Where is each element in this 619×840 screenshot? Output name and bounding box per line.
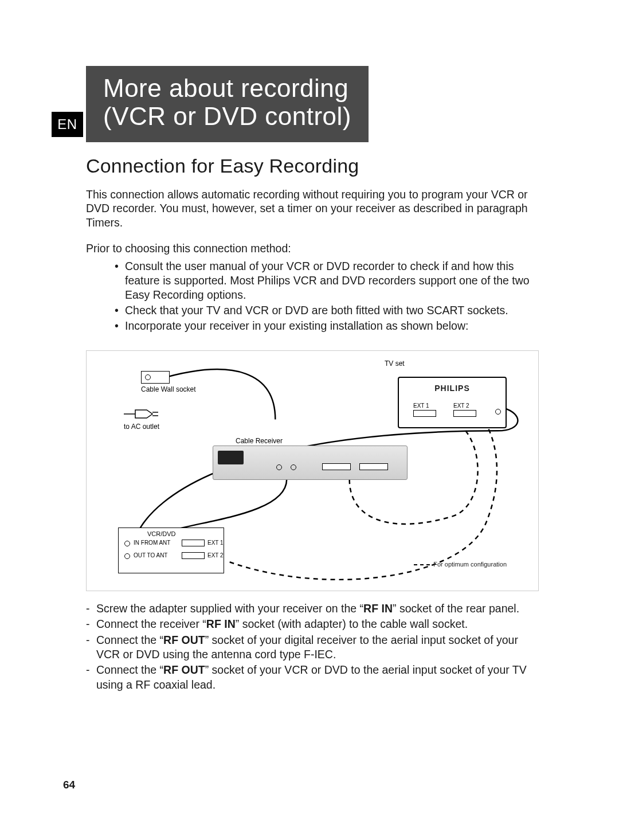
- antenna-port-icon: [495, 409, 501, 415]
- scart-port-icon: [413, 410, 436, 417]
- legend-optimum: For optimum configuration: [414, 561, 507, 568]
- vcr-label: VCR/DVD: [147, 530, 176, 537]
- scart-port-icon: [182, 552, 205, 559]
- list-item: Consult the user manual of your VCR or D…: [115, 259, 539, 302]
- step-text: ” socket (with adapter) to the cable wal…: [236, 618, 468, 630]
- ac-outlet-label: to AC outlet: [124, 423, 159, 431]
- pre-list-text: Prior to choosing this connection method…: [86, 241, 539, 256]
- section-heading: Connection for Easy Recording: [86, 155, 556, 177]
- list-item: Check that your TV and VCR or DVD are bo…: [115, 303, 539, 318]
- step-item: Connect the “RF OUT” socket of your VCR …: [86, 663, 539, 692]
- connection-steps: Screw the adapter supplied with your rec…: [86, 601, 539, 692]
- antenna-port-icon: [124, 553, 130, 559]
- tv-set-box: PHILIPS EXT 1 EXT 2: [398, 377, 507, 428]
- step-item: Screw the adapter supplied with your rec…: [86, 601, 539, 616]
- prerequisite-list: Consult the user manual of your VCR or D…: [115, 259, 539, 333]
- tv-brand: PHILIPS: [399, 384, 506, 393]
- scart-port-icon: [322, 463, 351, 470]
- antenna-port-icon: [124, 541, 130, 546]
- ext1-label: EXT 1: [413, 403, 429, 409]
- manual-page: EN More about recording (VCR or DVD cont…: [0, 0, 619, 840]
- step-bold: RF OUT: [163, 663, 205, 676]
- in-from-ant-label: IN FROM ANT: [134, 540, 170, 546]
- connection-diagram: TV set PHILIPS EXT 1 EXT 2 Cable Wall so…: [86, 350, 539, 591]
- wall-socket-label: Cable Wall socket: [141, 385, 196, 393]
- title-line-1: More about recording: [103, 74, 351, 102]
- step-item: Connect the “RF OUT” socket of your digi…: [86, 633, 539, 662]
- scart-port-icon: [182, 540, 205, 546]
- wall-socket-box: [141, 371, 170, 384]
- ext1-label-vcr: EXT 1: [207, 540, 224, 546]
- step-text: Connect the “: [96, 634, 163, 646]
- scart-port-icon: [453, 410, 476, 417]
- rf-port-icon: [291, 464, 296, 470]
- receiver-label: Cable Receiver: [236, 437, 283, 445]
- coax-icon: [145, 374, 151, 380]
- page-number: 64: [63, 779, 75, 791]
- page-title-block: More about recording (VCR or DVD control…: [86, 66, 369, 142]
- step-bold: RF OUT: [163, 634, 205, 646]
- title-line-2: (VCR or DVD control): [103, 102, 351, 130]
- step-text: Screw the adapter supplied with your rec…: [96, 602, 363, 615]
- ext2-label-vcr: EXT 2: [207, 552, 224, 558]
- tv-set-label: TV set: [385, 360, 405, 368]
- list-item: Incorporate your receiver in your existi…: [115, 319, 539, 333]
- vcr-dvd-box: VCR/DVD IN FROM ANT EXT 1 OUT TO ANT EXT…: [118, 528, 224, 573]
- step-text: Connect the “: [96, 663, 163, 676]
- step-item: Connect the receiver “RF IN” socket (wit…: [86, 617, 539, 631]
- step-text: Connect the receiver “: [96, 618, 206, 630]
- rf-port-icon: [276, 464, 282, 470]
- step-text: ” socket of the rear panel.: [393, 602, 519, 615]
- ext2-label: EXT 2: [453, 403, 469, 409]
- step-bold: RF IN: [363, 602, 393, 615]
- language-tab: EN: [52, 112, 83, 137]
- step-bold: RF IN: [206, 618, 236, 630]
- intro-paragraph: This connection allows automatic recordi…: [86, 187, 539, 230]
- scart-port-icon: [359, 463, 388, 470]
- cable-receiver-box: [213, 446, 408, 480]
- out-to-ant-label: OUT TO ANT: [134, 552, 167, 558]
- ac-plug-icon: [121, 405, 161, 423]
